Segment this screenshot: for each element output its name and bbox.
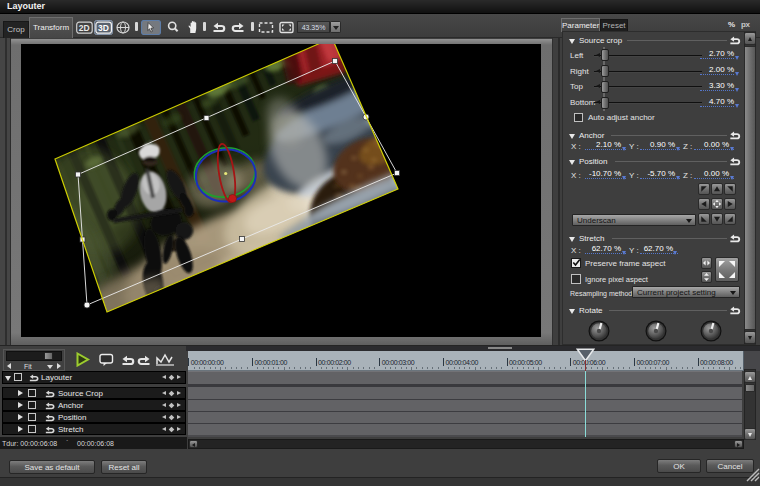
svg-text:2D: 2D [79, 23, 90, 33]
svg-text:3D: 3D [98, 23, 109, 33]
